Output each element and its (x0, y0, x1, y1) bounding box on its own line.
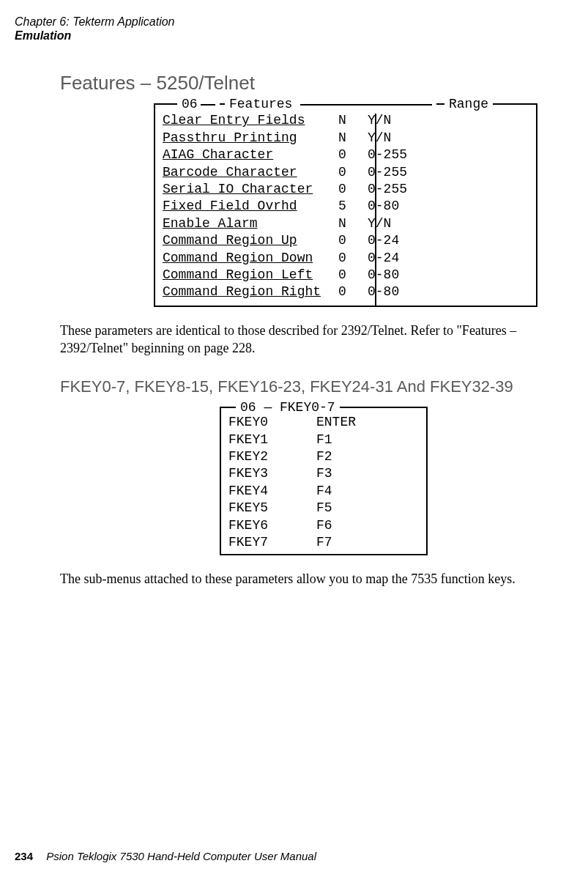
legend-range: Range (444, 96, 493, 113)
table-row: Command Region Left00-80 (163, 267, 529, 284)
table-row: FKEY6F6 (228, 517, 419, 534)
table-row: Passthru PrintingNY/N (163, 130, 529, 147)
manual-title: Psion Teklogix 7530 Hand-Held Computer U… (46, 850, 316, 862)
table-row: FKEY5F5 (228, 500, 419, 517)
section-line: Emulation (15, 29, 573, 42)
paragraph-2: The sub-menus attached to these paramete… (60, 570, 566, 588)
table-row: FKEY3F3 (228, 465, 419, 482)
table-row: Enable AlarmNY/N (163, 215, 529, 232)
section-title-5250: Features – 5250/Telnet (60, 72, 573, 95)
paragraph-1: These parameters are identical to those … (60, 322, 566, 358)
table-row: FKEY4F4 (228, 483, 419, 500)
table-row: AIAG Character00-255 (163, 147, 529, 163)
fkey-heading: FKEY0-7, FKEY8-15, FKEY16-23, FKEY24-31 … (60, 377, 573, 396)
table-row: Command Region Up00-24 (163, 232, 529, 249)
long-dash-icon (300, 104, 432, 106)
table-row: FKEY2F2 (228, 448, 419, 465)
footer: 234 Psion Teklogix 7530 Hand-Held Comput… (15, 850, 316, 862)
page-number: 234 (15, 850, 33, 862)
table-row: Fixed Field Ovrhd50-80 (163, 198, 529, 215)
page: Chapter 6: Tekterm Application Emulation… (0, 0, 588, 877)
dash-icon (201, 104, 215, 106)
table-row: FKEY0ENTER (228, 414, 419, 431)
table-row: Command Region Down00-24 (163, 250, 529, 267)
table-row: Serial IO Character00-255 (163, 181, 529, 198)
fkey-legend: 06 — FKEY0-7 (236, 399, 340, 416)
legend-features: Features (225, 96, 436, 113)
page-header: Chapter 6: Tekterm Application Emulation (15, 15, 573, 42)
legend-06: 06 (177, 96, 220, 113)
table-row: Clear Entry FieldsNY/N (163, 112, 529, 129)
table-row: FKEY1F1 (228, 432, 419, 448)
table-row: Barcode Character00-255 (163, 164, 529, 181)
fkey-box: 06 — FKEY0-7 FKEY0ENTER FKEY1F1 FKEY2F2 … (220, 407, 428, 555)
vline (375, 105, 376, 305)
chapter-line: Chapter 6: Tekterm Application (15, 15, 573, 29)
table-row: Command Region Right00-80 (163, 284, 529, 300)
table-row: FKEY7F7 (228, 534, 419, 551)
features-box: 06 Features Range Clear Entry FieldsNY/N… (154, 103, 537, 306)
